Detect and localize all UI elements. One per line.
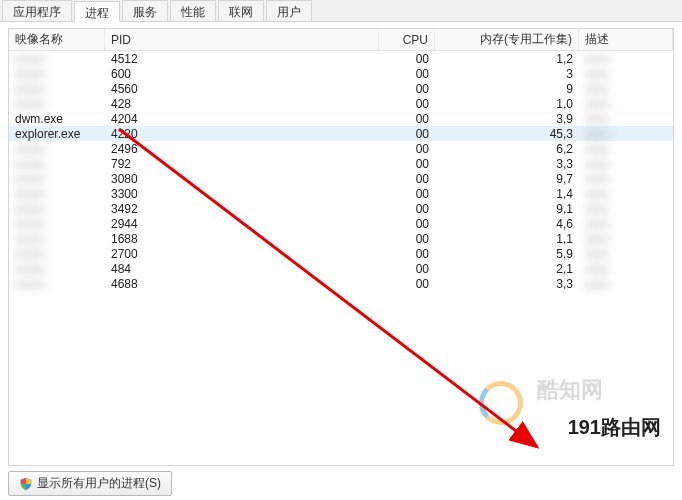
cell-mem: 9 — [435, 82, 579, 96]
tab-5[interactable]: 用户 — [266, 0, 312, 21]
cell-name: explorer.exe — [9, 127, 105, 141]
cell-name: xxxxx — [9, 277, 105, 291]
cell-mem: 3,3 — [435, 277, 579, 291]
table-body: xxxxx4512001,2xxxxxxxxx600003xxxxxxxxx45… — [9, 51, 673, 291]
cell-desc: xxxx — [579, 202, 673, 216]
cell-cpu: 00 — [379, 187, 435, 201]
table-row[interactable]: xxxxx4512001,2xxxx — [9, 51, 673, 66]
cell-cpu: 00 — [379, 97, 435, 111]
cell-cpu: 00 — [379, 82, 435, 96]
cell-cpu: 00 — [379, 52, 435, 66]
cell-desc: xxxx — [579, 277, 673, 291]
shield-icon — [19, 477, 33, 491]
cell-name: xxxxx — [9, 172, 105, 186]
cell-pid: 2944 — [105, 217, 379, 231]
cell-pid: 1688 — [105, 232, 379, 246]
cell-cpu: 00 — [379, 247, 435, 261]
cell-desc: xxxx — [579, 157, 673, 171]
table-header: 映像名称 PID CPU 内存(专用工作集) 描述 — [9, 29, 673, 51]
cell-cpu: 00 — [379, 232, 435, 246]
cell-name: xxxxx — [9, 262, 105, 276]
cell-desc: xxxx — [579, 187, 673, 201]
cell-pid: 3492 — [105, 202, 379, 216]
cell-cpu: 00 — [379, 277, 435, 291]
cell-name: dwm.exe — [9, 112, 105, 126]
tab-bar: 应用程序进程服务性能联网用户 — [0, 0, 682, 22]
cell-mem: 6,2 — [435, 142, 579, 156]
table-row[interactable]: explorer.exe42200045,3xxxx — [9, 126, 673, 141]
cell-cpu: 00 — [379, 172, 435, 186]
cell-name: xxxxx — [9, 142, 105, 156]
cell-mem: 9,7 — [435, 172, 579, 186]
cell-cpu: 00 — [379, 112, 435, 126]
show-all-users-label: 显示所有用户的进程(S) — [37, 475, 161, 492]
cell-pid: 4220 — [105, 127, 379, 141]
cell-mem: 1,2 — [435, 52, 579, 66]
tab-3[interactable]: 性能 — [170, 0, 216, 21]
tab-1[interactable]: 进程 — [74, 1, 120, 22]
table-row[interactable]: xxxxx2700005,9xxxx — [9, 246, 673, 261]
cell-name: xxxxx — [9, 157, 105, 171]
cell-mem: 3,9 — [435, 112, 579, 126]
cell-mem: 4,6 — [435, 217, 579, 231]
cell-name: xxxxx — [9, 67, 105, 81]
cell-desc: xxxx — [579, 232, 673, 246]
cell-desc: xxxx — [579, 67, 673, 81]
col-cpu[interactable]: CPU — [379, 30, 435, 50]
cell-pid: 2496 — [105, 142, 379, 156]
cell-cpu: 00 — [379, 202, 435, 216]
cell-mem: 1,0 — [435, 97, 579, 111]
cell-mem: 3,3 — [435, 157, 579, 171]
cell-desc: xxxx — [579, 172, 673, 186]
col-name[interactable]: 映像名称 — [9, 28, 105, 51]
cell-name: xxxxx — [9, 217, 105, 231]
cell-mem: 2,1 — [435, 262, 579, 276]
tab-2[interactable]: 服务 — [122, 0, 168, 21]
col-desc[interactable]: 描述 — [579, 28, 673, 51]
table-row[interactable]: xxxxx4560009xxxx — [9, 81, 673, 96]
cell-mem: 5,9 — [435, 247, 579, 261]
col-mem[interactable]: 内存(专用工作集) — [435, 28, 579, 51]
cell-desc: xxxx — [579, 217, 673, 231]
tab-0[interactable]: 应用程序 — [2, 0, 72, 21]
cell-cpu: 00 — [379, 217, 435, 231]
cell-pid: 3080 — [105, 172, 379, 186]
cell-name: xxxxx — [9, 187, 105, 201]
cell-pid: 4204 — [105, 112, 379, 126]
cell-cpu: 00 — [379, 127, 435, 141]
cell-pid: 3300 — [105, 187, 379, 201]
cell-desc: xxxx — [579, 247, 673, 261]
cell-pid: 4512 — [105, 52, 379, 66]
cell-pid: 792 — [105, 157, 379, 171]
footer: 显示所有用户的进程(S) — [8, 471, 172, 496]
tab-4[interactable]: 联网 — [218, 0, 264, 21]
cell-cpu: 00 — [379, 157, 435, 171]
cell-cpu: 00 — [379, 67, 435, 81]
table-row[interactable]: xxxxx4688003,3xxxx — [9, 276, 673, 291]
table-row[interactable]: dwm.exe4204003,9xxxx — [9, 111, 673, 126]
table-row[interactable]: xxxxx3080009,7xxxx — [9, 171, 673, 186]
table-row[interactable]: xxxxx3492009,1xxxx — [9, 201, 673, 216]
table-row[interactable]: xxxxx600003xxxx — [9, 66, 673, 81]
cell-mem: 45,3 — [435, 127, 579, 141]
cell-desc: xxxx — [579, 112, 673, 126]
show-all-users-button[interactable]: 显示所有用户的进程(S) — [8, 471, 172, 496]
cell-name: xxxxx — [9, 52, 105, 66]
table-row[interactable]: xxxxx484002,1xxxx — [9, 261, 673, 276]
cell-cpu: 00 — [379, 262, 435, 276]
table-row[interactable]: xxxxx3300001,4xxxx — [9, 186, 673, 201]
table-row[interactable]: xxxxx428001,0xxxx — [9, 96, 673, 111]
cell-name: xxxxx — [9, 202, 105, 216]
cell-desc: xxxx — [579, 127, 673, 141]
table-row[interactable]: xxxxx2944004,6xxxx — [9, 216, 673, 231]
col-pid[interactable]: PID — [105, 30, 379, 50]
cell-name: xxxxx — [9, 97, 105, 111]
cell-desc: xxxx — [579, 82, 673, 96]
table-row[interactable]: xxxxx2496006,2xxxx — [9, 141, 673, 156]
table-row[interactable]: xxxxx1688001,1xxxx — [9, 231, 673, 246]
cell-pid: 600 — [105, 67, 379, 81]
cell-pid: 2700 — [105, 247, 379, 261]
watermark-cn: 酷知网 — [537, 375, 603, 405]
table-row[interactable]: xxxxx792003,3xxxx — [9, 156, 673, 171]
cell-desc: xxxx — [579, 52, 673, 66]
